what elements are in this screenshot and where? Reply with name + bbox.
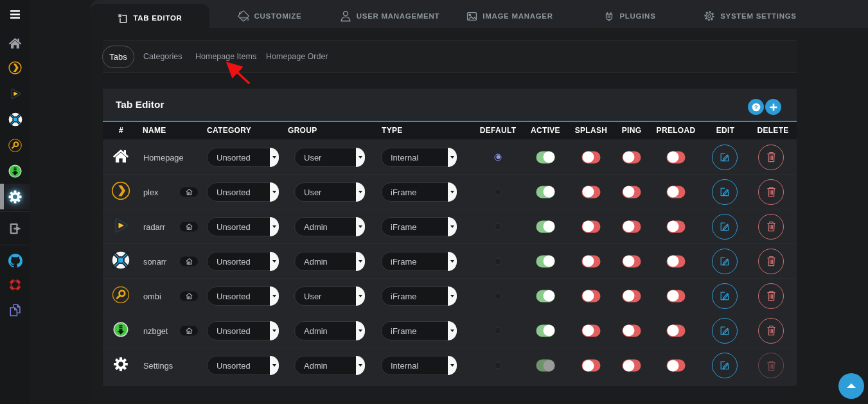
svg-text:?: ? <box>754 103 758 110</box>
